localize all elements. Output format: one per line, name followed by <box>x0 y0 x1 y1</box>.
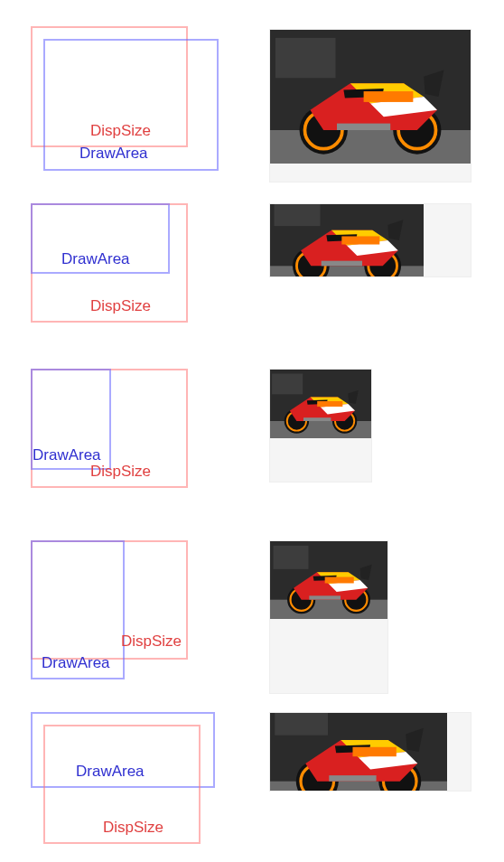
svg-rect-25 <box>317 401 342 407</box>
svg-rect-43 <box>352 747 396 756</box>
drawarea-label-r1: DrawArea <box>79 145 148 163</box>
svg-rect-7 <box>364 91 414 102</box>
drawarea-label-r5: DrawArea <box>76 763 145 781</box>
diagram-r2: DrawArea DispSize <box>31 203 220 348</box>
dispsize-label-r4: DispSize <box>121 632 182 651</box>
svg-rect-44 <box>329 775 376 782</box>
svg-rect-16 <box>341 236 379 244</box>
result-image-r5 <box>270 713 447 791</box>
page: DispSize DrawArea DrawArea DispSize <box>0 0 504 862</box>
result-image-r1 <box>270 30 471 164</box>
diagram-r4: DispSize DrawArea <box>31 540 220 685</box>
svg-rect-17 <box>322 261 362 267</box>
result-cell-r2 <box>269 203 471 277</box>
result-image-r3 <box>270 370 371 438</box>
diagram-r5: DrawArea DispSize <box>31 712 220 857</box>
svg-rect-29 <box>273 546 308 569</box>
result-cell-r4 <box>269 540 388 694</box>
drawarea-label-r3: DrawArea <box>33 446 101 464</box>
svg-rect-35 <box>309 595 341 599</box>
result-cell-r5 <box>269 712 471 792</box>
result-cell-r3 <box>269 369 372 483</box>
svg-rect-11 <box>275 204 321 226</box>
svg-rect-38 <box>275 713 328 736</box>
svg-rect-20 <box>272 374 303 395</box>
dispsize-label-r2: DispSize <box>90 297 151 315</box>
dispsize-label-r5: DispSize <box>103 819 163 837</box>
diagram-r3: DrawArea DispSize <box>31 369 220 513</box>
drawarea-label-r4: DrawArea <box>42 654 110 672</box>
diagram-r1: DispSize DrawArea <box>31 26 220 171</box>
dispsize-label-r1: DispSize <box>90 122 151 140</box>
svg-rect-2 <box>275 38 336 78</box>
result-image-r2 <box>270 204 424 276</box>
result-image-r4 <box>270 541 387 619</box>
svg-rect-34 <box>325 577 354 584</box>
drawarea-label-r2: DrawArea <box>61 250 130 268</box>
svg-rect-8 <box>337 124 390 130</box>
result-cell-r1 <box>269 29 471 183</box>
dispsize-label-r3: DispSize <box>90 463 151 481</box>
svg-rect-26 <box>303 417 331 421</box>
